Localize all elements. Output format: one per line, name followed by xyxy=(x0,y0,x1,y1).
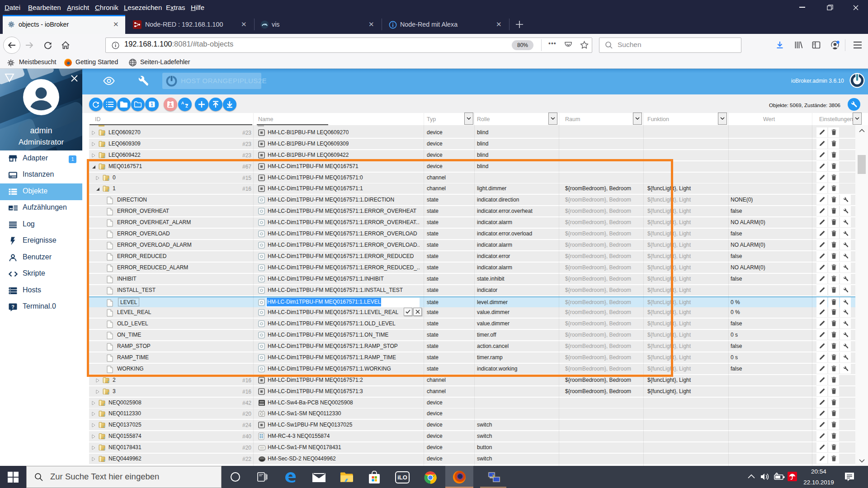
svg-text:1: 1 xyxy=(151,102,153,107)
svg-text:?: ? xyxy=(11,304,14,310)
svg-text:A: A xyxy=(181,101,184,105)
